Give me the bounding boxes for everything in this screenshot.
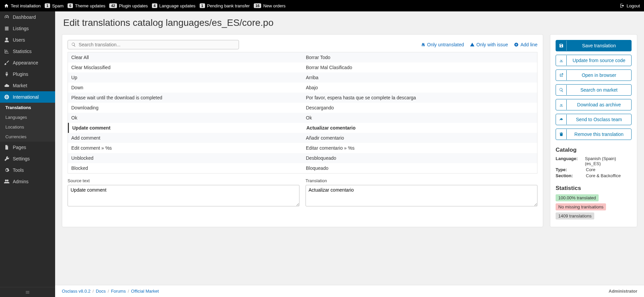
logout-icon xyxy=(620,3,625,8)
topbar-badge: 4 xyxy=(152,3,157,8)
topbar-home[interactable]: Test installation xyxy=(4,3,41,8)
topbar-badge: 16 xyxy=(254,3,261,8)
topbar-badge: 42 xyxy=(109,3,117,8)
topbar-item-label: Pending bank transfer xyxy=(207,3,250,8)
topbar-item-3[interactable]: 4Language updates xyxy=(152,3,196,8)
topbar-badge: 1 xyxy=(200,3,205,8)
topbar-item-label: New orders xyxy=(263,3,285,8)
topbar-item-label: Language updates xyxy=(159,3,196,8)
topbar-logout[interactable]: Logout xyxy=(620,3,640,8)
topbar-logout-label: Logout xyxy=(627,3,640,8)
topbar-item-label: Theme updates xyxy=(75,3,105,8)
topbar-item-2[interactable]: 42Plugin updates xyxy=(109,3,148,8)
home-icon xyxy=(4,3,9,8)
topbar-badge: 6 xyxy=(68,3,73,8)
top-bar: Test installation 1Spam6Theme updates42P… xyxy=(0,0,644,11)
topbar-item-4[interactable]: 1Pending bank transfer xyxy=(200,3,250,8)
topbar-badge: 1 xyxy=(45,3,50,8)
topbar-item-0[interactable]: 1Spam xyxy=(45,3,64,8)
topbar-item-label: Spam xyxy=(52,3,64,8)
topbar-home-label: Test installation xyxy=(11,3,41,8)
topbar-item-5[interactable]: 16New orders xyxy=(254,3,286,8)
topbar-item-1[interactable]: 6Theme updates xyxy=(68,3,105,8)
topbar-item-label: Plugin updates xyxy=(119,3,148,8)
